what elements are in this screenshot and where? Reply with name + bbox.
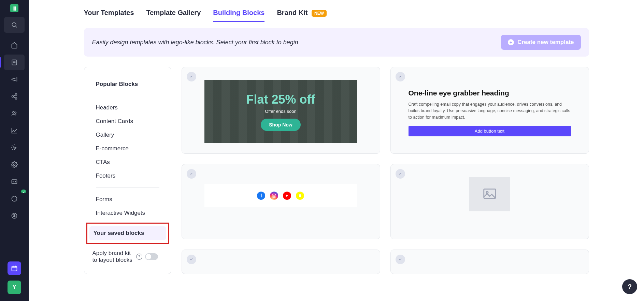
sidebar-ctas[interactable]: CTAs <box>92 155 163 169</box>
svg-point-22 <box>275 194 275 195</box>
sidebar-ecommerce[interactable]: E-commerce <box>92 142 163 155</box>
banner-text: Easily design templates with lego-like b… <box>92 39 298 46</box>
select-check-icon[interactable] <box>187 169 196 179</box>
sidebar-popular-blocks[interactable]: Popular Blocks <box>92 77 163 91</box>
svg-point-11 <box>15 112 16 113</box>
sidebar-content-cards[interactable]: Content Cards <box>92 115 163 128</box>
text-button: Add button text <box>409 126 571 136</box>
blocks-grid: Flat 25% off Offer ends soon Shop Now On… <box>182 67 589 274</box>
svg-line-1 <box>16 26 17 28</box>
svg-marker-23 <box>286 195 288 197</box>
svg-point-21 <box>273 195 275 196</box>
svg-point-0 <box>12 22 16 27</box>
social-preview: f <box>204 184 357 207</box>
megaphone-icon[interactable] <box>4 72 25 87</box>
select-check-icon[interactable] <box>396 72 405 81</box>
instagram-icon <box>270 192 278 200</box>
image-placeholder <box>469 177 510 211</box>
tab-template-gallery[interactable]: Template Gallery <box>146 9 201 22</box>
block-card-text[interactable]: One-line eye grabber heading Craft compe… <box>390 67 589 154</box>
notifications-icon[interactable]: 3 <box>4 191 25 207</box>
left-nav-rail: ||| 3 Y <box>0 0 29 301</box>
select-check-icon[interactable] <box>187 72 196 81</box>
svg-point-6 <box>12 96 14 97</box>
select-check-icon[interactable] <box>396 255 405 264</box>
promo-subtitle: Offer ends soon <box>265 109 296 114</box>
text-heading: One-line eye grabber heading <box>409 89 571 97</box>
block-card-image[interactable] <box>390 164 589 240</box>
main-content: Your Templates Template Gallery Building… <box>29 0 644 301</box>
promo-preview: Flat 25% off Offer ends soon Shop Now <box>204 80 357 143</box>
brand-kit-toggle[interactable] <box>145 253 158 260</box>
saved-blocks-highlight: Your saved blocks <box>86 223 169 244</box>
block-card-promo[interactable]: Flat 25% off Offer ends soon Shop Now <box>182 67 380 154</box>
sidebar-gallery[interactable]: Gallery <box>92 128 163 142</box>
youtube-icon <box>283 192 291 200</box>
analytics-icon[interactable] <box>4 123 25 138</box>
facebook-icon: f <box>257 192 265 200</box>
svg-point-14 <box>12 196 17 201</box>
text-preview: One-line eye grabber heading Craft compe… <box>397 73 583 143</box>
templates-icon[interactable] <box>4 55 25 70</box>
sidebar-forms[interactable]: Forms <box>92 193 163 206</box>
svg-rect-16 <box>12 266 17 271</box>
home-icon[interactable] <box>4 37 25 53</box>
sidebar-footers[interactable]: Footers <box>92 169 163 183</box>
svg-point-12 <box>14 164 15 166</box>
billing-icon[interactable] <box>4 208 25 224</box>
divider <box>96 187 159 188</box>
app-logo[interactable]: ||| <box>10 4 18 12</box>
tab-brand-kit[interactable]: Brand Kit NEW <box>277 9 327 22</box>
help-fab[interactable]: ? <box>622 279 637 294</box>
block-card-social[interactable]: f <box>182 164 380 240</box>
tab-building-blocks[interactable]: Building Blocks <box>213 9 264 22</box>
select-check-icon[interactable] <box>187 255 196 264</box>
tab-brand-kit-label: Brand Kit <box>277 9 307 16</box>
svg-line-9 <box>13 97 15 98</box>
calendar-button[interactable] <box>8 261 21 275</box>
promo-button: Shop Now <box>261 119 300 131</box>
svg-point-7 <box>15 97 17 99</box>
info-banner: Easily design templates with lego-like b… <box>84 28 589 57</box>
plus-icon: + <box>508 39 514 45</box>
users-icon[interactable] <box>4 106 25 121</box>
user-avatar[interactable]: Y <box>8 281 21 294</box>
svg-line-8 <box>13 95 15 96</box>
sidebar-saved-blocks[interactable]: Your saved blocks <box>89 226 166 240</box>
search-icon[interactable] <box>4 17 25 33</box>
block-card-extra-2[interactable] <box>390 250 589 274</box>
brand-kit-toggle-row: Apply brand kit to layout blocks ? <box>88 246 167 267</box>
block-card-extra-1[interactable] <box>182 250 380 274</box>
cursor-click-icon[interactable] <box>4 140 25 155</box>
tabs-row: Your Templates Template Gallery Building… <box>84 0 589 28</box>
category-sidebar: Popular Blocks Headers Content Cards Gal… <box>84 67 171 274</box>
embed-icon[interactable] <box>4 174 25 190</box>
sidebar-interactive-widgets[interactable]: Interactive Widgets <box>92 206 163 220</box>
notification-badge: 3 <box>21 190 26 193</box>
share-icon[interactable] <box>4 89 25 104</box>
create-template-button[interactable]: + Create new template <box>501 35 581 50</box>
create-button-label: Create new template <box>517 39 574 46</box>
help-icon[interactable]: ? <box>136 254 142 260</box>
svg-point-5 <box>15 94 17 95</box>
text-body: Craft compelling email copy that engages… <box>409 101 571 120</box>
brand-kit-label: Apply brand kit to layout blocks <box>92 250 133 264</box>
svg-point-10 <box>13 111 14 113</box>
promo-title: Flat 25% off <box>246 92 315 107</box>
settings-icon[interactable] <box>4 157 25 172</box>
select-check-icon[interactable] <box>396 169 405 179</box>
sidebar-headers[interactable]: Headers <box>92 101 163 115</box>
new-badge: NEW <box>312 10 327 17</box>
tab-your-templates[interactable]: Your Templates <box>84 9 134 22</box>
divider <box>96 96 159 96</box>
snapchat-icon <box>296 192 304 200</box>
